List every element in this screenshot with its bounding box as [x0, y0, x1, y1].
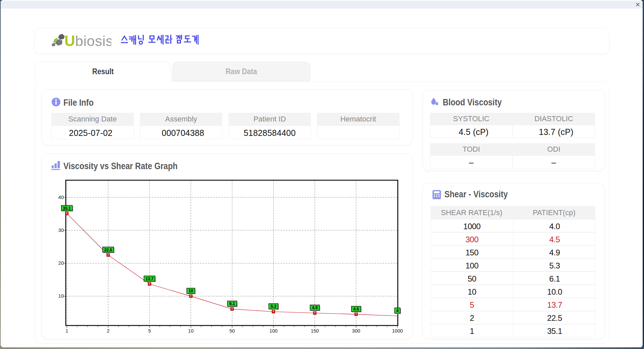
svg-text:100: 100 — [269, 328, 277, 334]
svg-text:5: 5 — [148, 328, 151, 334]
svg-text:10: 10 — [58, 293, 64, 299]
svg-text:35.1: 35.1 — [63, 206, 71, 211]
svg-text:1000: 1000 — [392, 328, 403, 334]
svg-text:20: 20 — [58, 260, 64, 266]
svg-text:4: 4 — [396, 308, 399, 313]
svg-text:1: 1 — [65, 328, 68, 334]
svg-text:10: 10 — [189, 289, 193, 293]
svg-text:50: 50 — [229, 328, 235, 334]
svg-text:40: 40 — [58, 195, 64, 200]
svg-text:4.9: 4.9 — [312, 305, 318, 310]
svg-text:30: 30 — [58, 228, 64, 233]
svg-text:10: 10 — [188, 328, 194, 334]
svg-text:300: 300 — [352, 328, 360, 334]
svg-text:U: U — [64, 33, 75, 48]
svg-text:150: 150 — [311, 328, 319, 334]
svg-text:5.3: 5.3 — [271, 304, 276, 309]
svg-text:2: 2 — [107, 328, 109, 334]
svg-text:4.5: 4.5 — [353, 307, 359, 311]
svg-text:22.5: 22.5 — [104, 248, 112, 252]
svg-text:13.7: 13.7 — [146, 277, 154, 281]
svg-text:6.1: 6.1 — [229, 301, 235, 306]
svg-text:biosis: biosis — [75, 33, 111, 48]
